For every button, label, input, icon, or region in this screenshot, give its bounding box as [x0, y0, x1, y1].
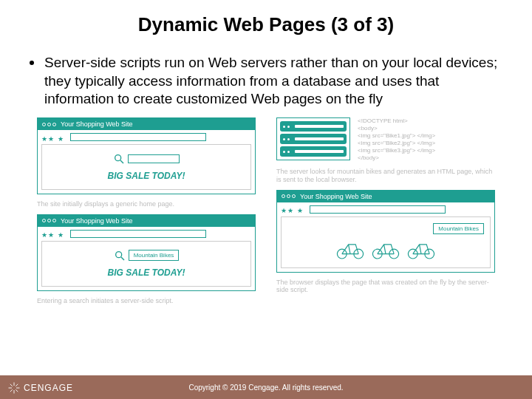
bullet-dot-icon: [30, 61, 34, 65]
svg-point-2: [115, 252, 121, 258]
browser-panel-generic: Your Shopping Web Site ★★ ★ BIG SALE TOD…: [37, 117, 256, 194]
nav-dots-icon: ★★ ★: [41, 135, 64, 143]
server-icon: [276, 117, 350, 160]
drive-icon: [280, 134, 347, 144]
slide-title: Dynamic Web Pages (3 of 3): [0, 13, 532, 36]
browser-titlebar: Your Shopping Web Site: [38, 118, 255, 130]
address-bar: [310, 205, 446, 214]
page-body: BIG SALE TODAY!: [41, 144, 251, 190]
browser-title-text: Your Shopping Web Site: [61, 120, 133, 128]
code-line: </body>: [358, 154, 495, 162]
svg-line-16: [16, 384, 18, 386]
page-body: Mountain Bikes BIG SALE TODAY!: [41, 241, 251, 287]
right-column: <!DOCTYPE html> <body> <img src="Bike1.j…: [276, 117, 495, 305]
window-controls-icon: [42, 123, 56, 126]
search-input-filled: Mountain Bikes: [129, 250, 180, 261]
bike-icon: [406, 239, 436, 260]
brand-text: CENGAGE: [24, 383, 73, 393]
caption-a: The site initially displays a generic ho…: [37, 200, 256, 208]
result-label: Mountain Bikes: [433, 223, 484, 234]
bike-icon: [335, 239, 365, 260]
sale-banner: BIG SALE TODAY!: [108, 171, 185, 181]
bullet-item: Server-side scripts run on Web servers r…: [30, 54, 502, 109]
bike-icon: [371, 239, 400, 260]
caption-c: The server looks for mountain bikes and …: [276, 168, 495, 184]
window-controls-icon: [282, 194, 296, 198]
brand-logo: CENGAGE: [7, 381, 73, 395]
browser-panel-result: Your Shopping Web Site ★★ ★ Mountain Bik…: [276, 190, 495, 273]
star-burst-icon: [7, 381, 21, 395]
svg-line-15: [16, 389, 18, 392]
search-input-empty: [128, 154, 180, 163]
copyright-text: Copyright © 2019 Cengage. All rights res…: [188, 383, 343, 392]
window-controls-icon: [42, 219, 56, 222]
nav-dots-icon: ★★ ★: [281, 207, 304, 214]
caption-d: The browser displays the page that was c…: [276, 279, 495, 295]
browser-title-text: Your Shopping Web Site: [61, 217, 133, 225]
drive-icon: [280, 121, 347, 132]
code-line: <!DOCTYPE html>: [358, 117, 495, 125]
code-line: <body>: [358, 125, 495, 132]
search-icon: [113, 153, 125, 165]
svg-point-0: [115, 155, 121, 161]
code-line: <img src="Bike3.jpg"> </img>: [358, 147, 495, 154]
html-code-block: <!DOCTYPE html> <body> <img src="Bike1.j…: [358, 117, 495, 162]
svg-line-14: [10, 384, 13, 386]
footer-bar: CENGAGE Copyright © 2019 Cengage. All ri…: [0, 375, 532, 399]
left-column: Your Shopping Web Site ★★ ★ BIG SALE TOD…: [37, 117, 256, 305]
browser-titlebar: Your Shopping Web Site: [38, 215, 255, 227]
nav-dots-icon: ★★ ★: [41, 231, 64, 239]
caption-b: Entering a search initiates a server-sid…: [37, 297, 256, 305]
code-line: <img src="Bike1.jpg"> </img>: [358, 132, 495, 140]
page-body: Mountain Bikes: [281, 216, 491, 268]
bike-row: [335, 239, 436, 260]
browser-title-text: Your Shopping Web Site: [300, 193, 372, 200]
address-bar: [70, 230, 207, 238]
svg-line-1: [120, 160, 123, 163]
search-icon: [114, 250, 126, 262]
sale-banner: BIG SALE TODAY!: [108, 267, 185, 278]
browser-panel-search: Your Shopping Web Site ★★ ★ Mountain Bik…: [37, 214, 256, 291]
server-step: <!DOCTYPE html> <body> <img src="Bike1.j…: [276, 117, 495, 162]
svg-line-17: [10, 389, 13, 392]
diagram-container: Your Shopping Web Site ★★ ★ BIG SALE TOD…: [37, 117, 495, 305]
svg-line-3: [121, 257, 124, 260]
code-line: <img src="Bike2.jpg"> </img>: [358, 140, 495, 147]
drive-icon: [280, 146, 347, 157]
address-bar: [70, 133, 207, 141]
browser-titlebar: Your Shopping Web Site: [277, 191, 494, 202]
bullet-text: Server-side scripts run on Web servers r…: [44, 54, 502, 109]
